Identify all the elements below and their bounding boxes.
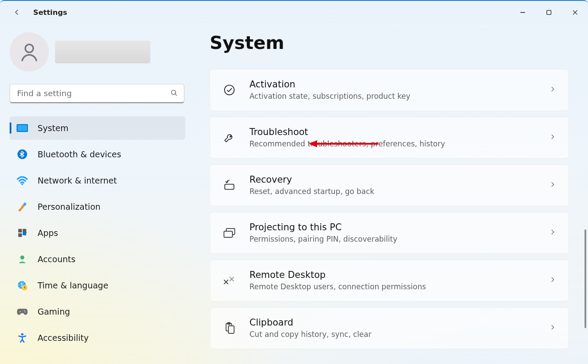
sidebar-item-bluetooth[interactable]: Bluetooth & devices [10, 142, 185, 166]
svg-rect-12 [18, 229, 22, 232]
account-profile[interactable] [10, 32, 185, 72]
chevron-right-icon [549, 324, 556, 333]
card-title: Activation [249, 79, 549, 90]
svg-point-11 [18, 209, 20, 211]
accessibility-icon [17, 332, 28, 343]
close-button[interactable] [562, 2, 588, 22]
card-remote-desktop[interactable]: Remote Desktop Remote Desktop users, con… [210, 260, 569, 302]
sidebar-item-apps[interactable]: Apps [10, 221, 185, 245]
svg-rect-8 [17, 125, 27, 131]
svg-rect-26 [224, 231, 232, 237]
sidebar: System Bluetooth & devices Network & int… [0, 24, 192, 364]
nav-list: System Bluetooth & devices Network & int… [10, 116, 185, 352]
scrollbar-thumb[interactable] [585, 229, 586, 328]
paintbrush-icon [17, 201, 28, 212]
card-recovery[interactable]: Recovery Reset, advanced startup, go bac… [210, 164, 569, 206]
search-icon [170, 89, 178, 98]
recovery-icon [222, 178, 236, 192]
card-title: Remote Desktop [249, 270, 549, 281]
svg-rect-29 [228, 326, 234, 333]
apps-icon [17, 227, 28, 239]
svg-line-6 [175, 94, 177, 95]
sidebar-item-label: Apps [38, 228, 58, 238]
check-circle-icon [222, 83, 236, 97]
sidebar-item-label: Network & internet [38, 176, 117, 185]
chevron-right-icon [549, 133, 556, 142]
sidebar-item-label: Accessibility [38, 333, 89, 343]
card-projecting[interactable]: Projecting to this PC Permissions, pairi… [210, 212, 569, 254]
svg-rect-1 [546, 10, 551, 14]
bluetooth-icon [17, 149, 28, 160]
minimize-button[interactable] [509, 2, 536, 22]
wrench-icon [222, 131, 236, 145]
sidebar-item-system[interactable]: System [10, 116, 185, 140]
card-activation[interactable]: Activation Activation state, subscriptio… [210, 69, 569, 111]
card-title: Troubleshoot [249, 127, 549, 138]
page-title: System [210, 32, 575, 53]
globe-clock-icon [17, 280, 28, 291]
remote-desktop-icon [222, 274, 236, 288]
clipboard-icon [222, 321, 236, 335]
sidebar-item-label: Gaming [38, 307, 70, 316]
svg-point-19 [20, 311, 21, 312]
sidebar-item-accounts[interactable]: Accounts [10, 247, 185, 271]
svg-point-22 [21, 333, 23, 335]
card-title: Clipboard [249, 317, 549, 328]
avatar [10, 32, 49, 72]
display-icon [17, 122, 28, 134]
sidebar-item-personalization[interactable]: Personalization [10, 195, 185, 218]
person-icon [17, 253, 28, 265]
card-desc: Remote Desktop users, connection permiss… [249, 282, 549, 291]
sidebar-item-label: Personalization [38, 202, 100, 211]
svg-point-21 [24, 312, 25, 312]
svg-point-16 [20, 256, 24, 260]
titlebar: Settings [0, 1, 588, 24]
sidebar-item-network[interactable]: Network & internet [10, 169, 185, 192]
sidebar-item-gaming[interactable]: Gaming [10, 300, 185, 323]
sidebar-item-label: Time & language [38, 281, 108, 290]
chevron-right-icon [549, 181, 556, 190]
svg-point-20 [24, 310, 25, 311]
account-name-placeholder [55, 41, 150, 63]
svg-point-10 [21, 184, 23, 185]
settings-card-list: Activation Activation state, subscriptio… [210, 69, 575, 349]
window-controls [509, 2, 588, 22]
card-title: Projecting to this PC [249, 222, 549, 233]
gamepad-icon [17, 306, 28, 317]
sidebar-item-accessibility[interactable]: Accessibility [10, 326, 185, 350]
sidebar-item-label: Accounts [38, 254, 76, 264]
card-desc: Permissions, pairing PIN, discoverabilit… [249, 235, 549, 244]
app-title: Settings [33, 8, 67, 17]
back-button[interactable] [10, 5, 24, 19]
card-desc: Cut and copy history, sync, clear [249, 330, 549, 339]
search-box[interactable] [10, 84, 184, 103]
search-input[interactable] [10, 89, 184, 98]
card-clipboard[interactable]: Clipboard Cut and copy history, sync, cl… [210, 307, 569, 349]
sidebar-item-label: Bluetooth & devices [38, 149, 121, 159]
main-content: System Activation Activation state, subs… [192, 24, 588, 364]
card-title: Recovery [249, 174, 549, 185]
sidebar-item-time[interactable]: Time & language [10, 274, 185, 297]
chevron-right-icon [549, 86, 556, 94]
card-desc: Recommended troubleshooters, preferences… [249, 139, 549, 149]
card-desc: Reset, advanced startup, go back [249, 187, 549, 196]
svg-rect-15 [22, 231, 27, 236]
wifi-icon [17, 175, 28, 186]
sidebar-item-label: System [38, 123, 69, 133]
svg-point-4 [25, 45, 33, 52]
svg-rect-24 [225, 184, 234, 190]
svg-point-23 [225, 85, 234, 95]
maximize-button[interactable] [536, 2, 562, 22]
chevron-right-icon [549, 276, 556, 285]
card-troubleshoot[interactable]: Troubleshoot Recommended troubleshooters… [210, 117, 569, 159]
projecting-icon [222, 226, 236, 240]
chevron-right-icon [549, 229, 556, 237]
card-desc: Activation state, subscriptions, product… [249, 92, 549, 101]
svg-rect-14 [18, 233, 22, 237]
